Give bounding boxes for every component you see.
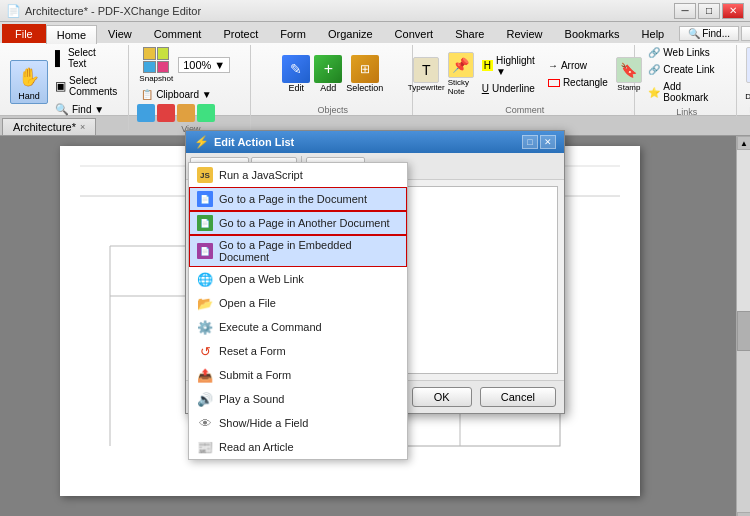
menu-item-read-article-label: Read an Article (219, 441, 294, 453)
reset-form-icon: ↺ (197, 343, 213, 359)
page-another-icon: 📄 (197, 215, 213, 231)
menu-item-play-sound[interactable]: 🔊 Play a Sound (189, 387, 407, 411)
execute-cmd-icon: ⚙️ (197, 319, 213, 335)
dropdown-menu: JS Run a JavaScript 📄 Go to a Page in th… (188, 162, 408, 460)
play-sound-icon: 🔊 (197, 391, 213, 407)
menu-item-submit-form-label: Submit a Form (219, 369, 291, 381)
menu-item-show-hide-field-label: Show/Hide a Field (219, 417, 308, 429)
menu-item-run-javascript-label: Run a JavaScript (219, 169, 303, 181)
page-embedded-icon: 📄 (197, 243, 213, 259)
menu-item-go-to-page-embedded[interactable]: 📄 Go to a Page in Embedded Document (189, 235, 407, 267)
menu-item-go-to-page-embedded-label: Go to a Page in Embedded Document (219, 239, 399, 263)
cancel-button[interactable]: Cancel (480, 387, 556, 407)
dialog-title-left: ⚡ Edit Action List (194, 135, 294, 149)
menu-item-play-sound-label: Play a Sound (219, 393, 284, 405)
open-file-icon: 📂 (197, 295, 213, 311)
submit-form-icon: 📤 (197, 367, 213, 383)
dialog-maximize-button[interactable]: □ (522, 135, 538, 149)
menu-item-go-to-page-another[interactable]: 📄 Go to a Page in Another Document (189, 211, 407, 235)
read-article-icon: 📰 (197, 439, 213, 455)
menu-item-go-to-page-label: Go to a Page in the Document (219, 193, 367, 205)
menu-item-go-to-page-another-label: Go to a Page in Another Document (219, 217, 390, 229)
menu-item-execute-command-label: Execute a Command (219, 321, 322, 333)
menu-item-show-hide-field[interactable]: 👁 Show/Hide a Field (189, 411, 407, 435)
menu-item-submit-form[interactable]: 📤 Submit a Form (189, 363, 407, 387)
menu-item-open-web-link[interactable]: 🌐 Open a Web Link (189, 267, 407, 291)
dialog-titlebar: ⚡ Edit Action List □ ✕ (186, 131, 564, 153)
menu-item-reset-form[interactable]: ↺ Reset a Form (189, 339, 407, 363)
menu-item-open-file[interactable]: 📂 Open a File (189, 291, 407, 315)
menu-item-run-javascript[interactable]: JS Run a JavaScript (189, 163, 407, 187)
dialog-title-text: Edit Action List (214, 136, 294, 148)
page-icon: 📄 (197, 191, 213, 207)
dialog-overlay: ⚡ Edit Action List □ ✕ Add... Edit... Re… (0, 0, 750, 516)
js-icon: JS (197, 167, 213, 183)
menu-item-read-article[interactable]: 📰 Read an Article (189, 435, 407, 459)
show-hide-field-icon: 👁 (197, 415, 213, 431)
menu-item-open-file-label: Open a File (219, 297, 276, 309)
dialog-controls: □ ✕ (522, 135, 556, 149)
ok-button[interactable]: OK (412, 387, 472, 407)
dialog-close-button[interactable]: ✕ (540, 135, 556, 149)
menu-item-go-to-page[interactable]: 📄 Go to a Page in the Document (189, 187, 407, 211)
menu-item-open-web-link-label: Open a Web Link (219, 273, 304, 285)
menu-item-execute-command[interactable]: ⚙️ Execute a Command (189, 315, 407, 339)
menu-item-reset-form-label: Reset a Form (219, 345, 286, 357)
web-link-icon: 🌐 (197, 271, 213, 287)
dialog-title-icon: ⚡ (194, 135, 209, 149)
